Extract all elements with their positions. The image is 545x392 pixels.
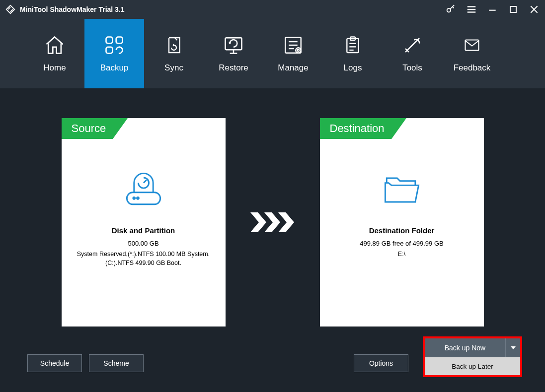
svg-rect-9 [116,37,123,44]
svg-point-19 [298,50,300,52]
menu-icon[interactable] [466,3,477,15]
folder-icon [378,163,426,217]
svg-rect-8 [106,37,113,44]
nav-restore[interactable]: Restore [204,19,263,88]
nav-label: Backup [100,63,129,73]
maximize-icon[interactable] [507,3,519,15]
scheme-label: Scheme [103,359,129,367]
arrow-separator [250,118,295,327]
source-size: 500.00 GB [128,240,158,247]
home-icon [44,34,66,56]
tools-icon [402,34,423,56]
nav-label: Home [43,63,66,73]
main-nav: Home Backup Sync Restore [0,19,545,88]
nav-label: Feedback [454,63,491,73]
svg-marker-33 [511,346,516,349]
disk-icon [120,163,167,217]
nav-label: Logs [344,63,362,73]
nav-backup[interactable]: Backup [84,19,144,88]
svg-rect-25 [466,40,479,51]
backup-now-label: Back up Now [445,344,485,352]
source-card[interactable]: Source Disk and Partition 500.00 GB Syst… [62,118,226,327]
titlebar: MiniTool ShadowMaker Trial 3.1 [0,0,545,19]
backup-later-option[interactable]: Back up Later [425,357,520,375]
destination-card[interactable]: Destination Destination Folder 499.89 GB… [320,118,484,327]
nav-home[interactable]: Home [25,19,84,88]
destination-free: 499.89 GB free of 499.99 GB [360,240,443,247]
close-icon[interactable] [528,3,540,15]
app-title: MiniTool ShadowMaker Trial 3.1 [20,5,125,13]
source-header-text: Source [72,122,106,135]
restore-icon [223,34,244,56]
svg-rect-5 [510,6,516,12]
minimize-icon[interactable] [486,3,498,15]
svg-rect-26 [127,193,160,204]
caret-down-icon [511,346,516,349]
nav-label: Restore [219,63,248,73]
schedule-label: Schedule [40,359,69,367]
svg-point-28 [137,197,139,199]
options-label: Options [369,359,393,367]
nav-manage[interactable]: Manage [263,19,323,88]
destination-header-text: Destination [330,122,385,135]
nav-feedback[interactable]: Feedback [442,19,502,88]
sync-icon [164,34,184,56]
scheme-button[interactable]: Scheme [89,354,144,372]
schedule-button[interactable]: Schedule [27,354,82,372]
backup-now-button[interactable]: Back up Now [425,338,505,357]
logs-icon [343,34,363,56]
backup-icon [103,34,125,56]
svg-point-27 [133,197,135,199]
app-logo-icon [5,4,16,15]
source-details: System Reserved,(*:).NTFS 100.00 MB Syst… [62,250,226,267]
nav-label: Tools [402,63,422,73]
feedback-icon [461,34,483,56]
svg-point-0 [447,8,451,12]
nav-tools[interactable]: Tools [383,19,442,88]
svg-point-18 [296,48,301,53]
svg-line-29 [144,180,147,183]
destination-path: E:\ [389,250,414,259]
nav-label: Sync [164,63,183,73]
destination-header: Destination [320,118,391,139]
key-icon[interactable] [445,3,457,15]
svg-rect-10 [106,47,113,54]
source-title: Disk and Partition [112,226,175,235]
svg-marker-31 [264,212,280,232]
svg-marker-32 [278,212,294,232]
nav-sync[interactable]: Sync [144,19,204,88]
svg-marker-30 [250,212,266,232]
manage-icon [283,34,304,56]
destination-title: Destination Folder [369,226,435,235]
backup-later-label: Back up Later [452,363,493,370]
backup-split-button: Back up Now Back up Later [423,336,522,377]
nav-label: Manage [278,63,308,73]
backup-dropdown-toggle[interactable] [505,338,520,357]
nav-logs[interactable]: Logs [323,19,383,88]
options-button[interactable]: Options [354,354,408,372]
source-header: Source [62,118,113,139]
